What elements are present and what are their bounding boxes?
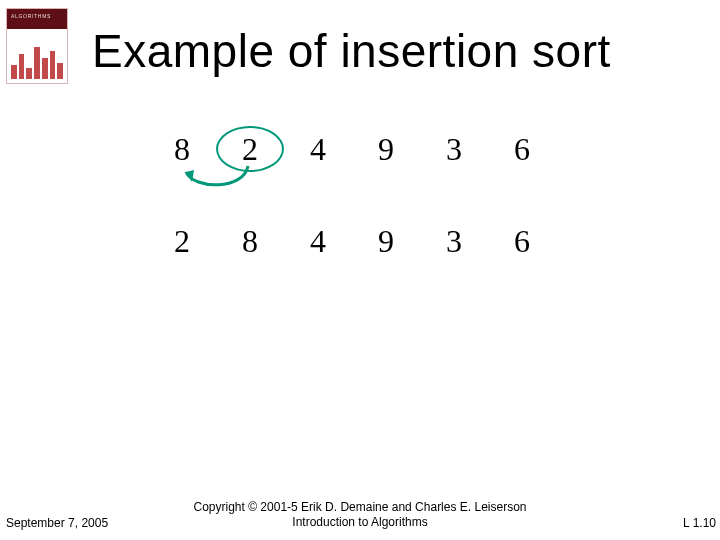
array-cell: 8 bbox=[216, 218, 284, 264]
array-cell: 4 bbox=[284, 126, 352, 172]
footer-pagenum: L 1.10 bbox=[683, 516, 716, 530]
slide-title: Example of insertion sort bbox=[92, 24, 611, 78]
array-row: 8 2 4 9 3 6 bbox=[148, 126, 556, 172]
array-cell: 2 bbox=[148, 218, 216, 264]
footer: September 7, 2005 Copyright © 2001-5 Eri… bbox=[0, 494, 720, 534]
array-cell: 9 bbox=[352, 126, 420, 172]
copyright-line-2: Introduction to Algorithms bbox=[292, 515, 427, 529]
array-cell: 6 bbox=[488, 218, 556, 264]
array-row: 2 8 4 9 3 6 bbox=[148, 218, 556, 264]
footer-copyright: Copyright © 2001-5 Erik D. Demaine and C… bbox=[0, 500, 720, 530]
array-cell: 6 bbox=[488, 126, 556, 172]
array-cell: 9 bbox=[352, 218, 420, 264]
book-cover-icon bbox=[6, 8, 68, 84]
swap-arrow-icon bbox=[144, 160, 292, 208]
array-rows: 8 2 4 9 3 6 2 8 4 9 3 6 bbox=[148, 126, 556, 310]
array-cell: 4 bbox=[284, 218, 352, 264]
copyright-line-1: Copyright © 2001-5 Erik D. Demaine and C… bbox=[194, 500, 527, 514]
array-cell: 3 bbox=[420, 126, 488, 172]
array-cell: 3 bbox=[420, 218, 488, 264]
